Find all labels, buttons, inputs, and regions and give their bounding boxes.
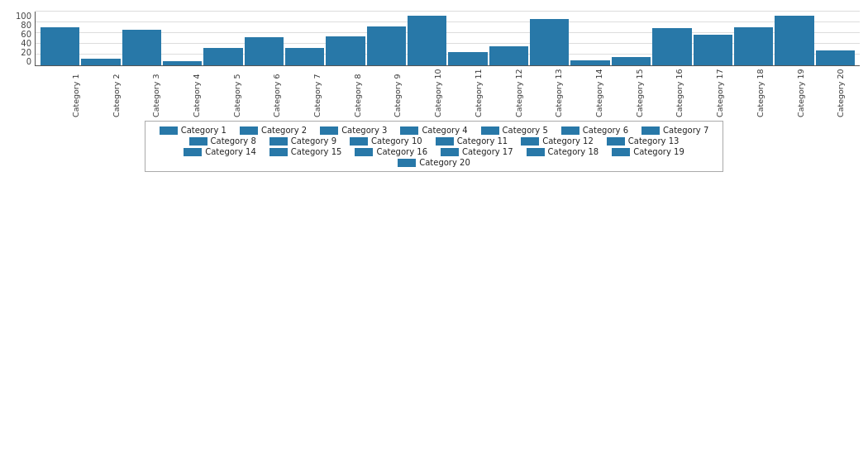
legend-label: Category 12 xyxy=(542,136,594,146)
bar-wrap xyxy=(122,12,161,65)
x-label-wrap: Category 3 xyxy=(136,68,175,117)
legend-label: Category 13 xyxy=(628,136,680,146)
y-tick-label: 40 xyxy=(12,39,31,48)
bar xyxy=(448,52,487,65)
legend-swatch xyxy=(269,148,288,156)
legend-swatch xyxy=(641,126,660,135)
bar xyxy=(570,60,609,66)
x-axis-label: Category 17 xyxy=(715,68,724,117)
legend-label: Category 15 xyxy=(291,147,342,156)
bar xyxy=(694,35,732,65)
x-axis-label: Category 15 xyxy=(635,68,644,117)
legend-swatch xyxy=(189,137,207,146)
bar-wrap xyxy=(489,12,528,65)
legend-item: Category 10 xyxy=(350,136,422,146)
legend-item: Category 4 xyxy=(400,126,467,135)
legend-item: Category 20 xyxy=(398,158,470,167)
x-label-wrap: Category 20 xyxy=(821,68,860,117)
legend-label: Category 2 xyxy=(261,126,307,135)
legend-swatch xyxy=(612,148,630,156)
x-axis-label: Category 14 xyxy=(594,68,603,117)
x-label-wrap: Category 14 xyxy=(579,68,618,117)
x-axis-label: Category 16 xyxy=(675,68,684,117)
bar-wrap xyxy=(816,12,855,65)
legend-swatch xyxy=(527,148,545,156)
x-label-wrap: Category 6 xyxy=(258,68,297,117)
legend-item: Category 16 xyxy=(355,147,427,156)
legend-label: Category 9 xyxy=(291,136,336,146)
bar-wrap xyxy=(367,12,406,65)
bar-wrap xyxy=(570,12,609,65)
bar xyxy=(530,19,569,65)
legend-item: Category 18 xyxy=(527,147,599,156)
bar xyxy=(163,61,202,65)
legend-item: Category 3 xyxy=(320,126,387,135)
x-label-wrap: Category 1 xyxy=(56,68,95,117)
y-axis-label xyxy=(8,12,10,66)
legend-label: Category 20 xyxy=(419,158,470,167)
x-axis-label: Category 1 xyxy=(71,68,80,117)
legend: Category 1Category 2Category 3Category 4… xyxy=(145,121,723,172)
bar xyxy=(367,26,406,65)
chart-area: 020406080100 Category 1Category 2Categor… xyxy=(8,12,860,172)
bar-wrap xyxy=(163,12,202,65)
x-label-wrap: Category 2 xyxy=(97,68,136,117)
bar-wrap xyxy=(203,12,242,65)
y-tick-label: 20 xyxy=(12,48,31,57)
legend-item: Category 2 xyxy=(240,126,307,135)
x-axis-label: Category 2 xyxy=(112,68,121,117)
y-tick-label: 0 xyxy=(12,57,31,66)
x-axis-label: Category 10 xyxy=(433,68,442,117)
legend-item: Category 11 xyxy=(436,136,508,146)
legend-label: Category 11 xyxy=(457,136,508,146)
x-label-wrap: Category 13 xyxy=(539,68,578,117)
x-axis-label: Category 12 xyxy=(514,68,523,117)
x-label-wrap: Category 19 xyxy=(781,68,820,117)
legend-label: Category 17 xyxy=(462,147,513,156)
x-axis-label: Category 20 xyxy=(836,68,845,117)
y-ticks-and-plot: 020406080100 xyxy=(12,12,860,66)
x-axis-label: Category 11 xyxy=(474,68,483,117)
legend-item: Category 9 xyxy=(269,136,336,146)
legend-label: Category 3 xyxy=(341,126,387,135)
legend-label: Category 10 xyxy=(371,136,422,146)
bar-wrap xyxy=(734,12,773,65)
bar-wrap xyxy=(775,12,813,65)
legend-item: Category 12 xyxy=(521,136,594,146)
x-label-wrap: Category 16 xyxy=(661,68,699,117)
bar-wrap xyxy=(285,12,324,65)
bar xyxy=(775,16,813,65)
legend-item: Category 1 xyxy=(160,126,227,135)
bar-wrap xyxy=(81,12,120,65)
x-label-wrap: Category 10 xyxy=(418,68,457,117)
legend-item: Category 13 xyxy=(607,136,680,146)
x-label-wrap: Category 18 xyxy=(741,68,780,117)
legend-item: Category 17 xyxy=(441,147,513,156)
bar xyxy=(81,59,120,65)
plot-box xyxy=(35,12,860,66)
bar xyxy=(816,50,855,65)
legend-item: Category 19 xyxy=(612,147,684,156)
x-axis-label: Category 6 xyxy=(272,68,281,117)
bar xyxy=(408,16,446,65)
x-label-wrap: Category 4 xyxy=(177,68,216,117)
legend-label: Category 18 xyxy=(548,147,599,156)
y-tick-label: 80 xyxy=(12,21,31,30)
bar xyxy=(734,27,773,65)
bar xyxy=(41,27,79,65)
legend-item: Category 14 xyxy=(184,147,256,156)
legend-swatch xyxy=(350,137,368,146)
x-axis-label: Category 9 xyxy=(393,68,402,117)
bar-wrap xyxy=(530,12,569,65)
legend-label: Category 19 xyxy=(633,147,684,156)
x-axis-label: Category 5 xyxy=(232,68,241,117)
x-label-wrap: Category 17 xyxy=(700,68,739,117)
legend-label: Category 4 xyxy=(422,126,467,135)
legend-swatch xyxy=(441,148,459,156)
bar xyxy=(285,48,324,65)
bar xyxy=(652,28,691,65)
legend-label: Category 1 xyxy=(181,126,227,135)
x-label-wrap: Category 15 xyxy=(620,68,659,117)
plot-and-axes: 020406080100 xyxy=(8,12,860,66)
bar-wrap xyxy=(245,12,284,65)
